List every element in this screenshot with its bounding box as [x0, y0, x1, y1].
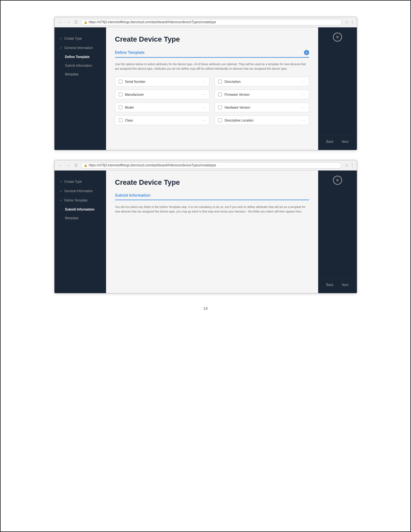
dot-icon-define-template-1: •: [60, 55, 63, 58]
sidebar-item-create-type-1[interactable]: ✓ Create Type: [54, 34, 106, 43]
sidebar-item-submit-info-1[interactable]: • Submit Information: [54, 61, 106, 70]
field-menu-description[interactable]: ···: [301, 80, 305, 84]
main-content-2: Create Device Type Submit Information Yo…: [106, 171, 318, 293]
check-icon-general-info-1: ✓: [60, 46, 63, 50]
next-button-2[interactable]: Next: [339, 282, 351, 288]
star-icon-2[interactable]: ☆: [345, 163, 348, 168]
field-item-manufacturer: Manufacturer ···: [115, 90, 210, 99]
page-number: 14: [203, 306, 208, 311]
sidebar-label-define-template-2: Define Template: [64, 199, 88, 202]
check-icon-create-type-2: ✓: [60, 180, 63, 184]
field-item-descriptive-location: Descriptive Location ···: [215, 115, 309, 125]
info-icon-1[interactable]: i: [304, 50, 309, 55]
sidebar-1: ✓ Create Type ✓ General Information • De…: [54, 27, 106, 150]
back-button-1[interactable]: Back: [324, 139, 336, 145]
description-text-1: Use the options below to select attribut…: [115, 62, 309, 71]
section-title-1: Define Template: [115, 50, 145, 55]
page-title-1: Create Device Type: [115, 35, 309, 44]
page-title-2: Create Device Type: [115, 178, 309, 187]
sidebar-label-submit-info-2: Submit Information: [65, 208, 95, 211]
sidebar-item-create-type-2[interactable]: ✓ Create Type: [54, 177, 106, 186]
field-menu-hardware-version[interactable]: ···: [301, 105, 305, 109]
checkbox-firmware-version[interactable]: [218, 93, 222, 96]
page-container: ← → C 🔒 https://xl79j3.internetofthings.…: [10, 10, 401, 324]
dot-icon-submit-info-2: •: [60, 208, 63, 211]
close-button-1[interactable]: ✕: [333, 33, 342, 42]
sidebar-label-metadata-1: Metadata: [65, 73, 79, 76]
sidebar-label-metadata-2: Metadata: [65, 216, 79, 220]
sidebar-item-define-template-2[interactable]: ✓ Define Template: [54, 196, 106, 205]
sidebar-label-define-template-1: Define Template: [65, 55, 90, 59]
menu-icon-2[interactable]: ⋮: [350, 163, 354, 168]
sidebar-2: ✓ Create Type ✓ General Information ✓ De…: [54, 171, 106, 293]
checkbox-hardware-version[interactable]: [218, 105, 222, 109]
sidebar-label-submit-info-1: Submit Information: [65, 64, 92, 67]
forward-nav-2[interactable]: →: [65, 163, 72, 168]
forward-nav-1[interactable]: →: [65, 19, 72, 25]
field-label-manufacturer: Manufacturer: [125, 93, 200, 96]
fields-grid-1: Serial Number ··· Description ··· Manufa…: [115, 77, 309, 125]
reload-nav-2[interactable]: C: [74, 163, 79, 168]
checkbox-serial-number[interactable]: [119, 80, 122, 84]
url-bar-1[interactable]: 🔒 https://xl79j3.internetofthings.ibercl…: [81, 19, 341, 25]
submit-description-2: You did not select any fields in the Def…: [115, 205, 309, 214]
field-label-description: Description: [225, 80, 299, 84]
field-menu-model[interactable]: ···: [202, 105, 206, 109]
field-menu-descriptive-location[interactable]: ···: [301, 118, 305, 122]
dot-icon-submit-info-1: •: [60, 64, 63, 67]
sidebar-item-metadata-1[interactable]: • Metadata: [54, 70, 106, 79]
browser-chrome-2: ← → C 🔒 https://xl79j3.internetofthings.…: [54, 160, 357, 171]
star-icon-1[interactable]: ☆: [345, 20, 348, 25]
field-item-serial-number: Serial Number ···: [115, 77, 210, 86]
url-bar-2[interactable]: 🔒 https://xl79j3.internetofthings.ibercl…: [81, 162, 341, 169]
checkbox-model[interactable]: [119, 105, 122, 109]
app-layout-2: ✓ Create Type ✓ General Information ✓ De…: [54, 171, 357, 293]
sidebar-item-metadata-2[interactable]: • Metadata: [54, 214, 106, 222]
main-content-1: Create Device Type Define Template i Use…: [106, 27, 318, 150]
next-button-1[interactable]: Next: [339, 139, 351, 145]
field-menu-serial-number[interactable]: ···: [202, 80, 206, 84]
lock-icon-2: 🔒: [84, 164, 87, 167]
sidebar-label-create-type-2: Create Type: [64, 180, 82, 183]
field-label-firmware-version: Firmware Version: [225, 93, 299, 96]
field-label-descriptive-location: Descriptive Location: [225, 119, 299, 122]
panel-buttons-2: Back Next: [321, 278, 354, 288]
reload-nav-1[interactable]: C: [74, 19, 79, 25]
sidebar-item-define-template-1[interactable]: • Define Template: [54, 53, 106, 61]
sidebar-item-general-info-1[interactable]: ✓ General Information: [54, 43, 106, 53]
dot-icon-metadata-2: •: [60, 217, 63, 220]
sidebar-label-create-type-1: Create Type: [64, 37, 82, 40]
field-label-serial-number: Serial Number: [125, 80, 200, 84]
right-panel-1: ✕ Back Next: [318, 27, 357, 150]
browser-chrome-1: ← → C 🔒 https://xl79j3.internetofthings.…: [54, 17, 357, 27]
panel-buttons-1: Back Next: [321, 135, 354, 145]
field-item-class: Class ···: [115, 115, 210, 125]
checkbox-description[interactable]: [218, 80, 222, 84]
field-item-firmware-version: Firmware Version ···: [215, 90, 309, 99]
back-nav-2[interactable]: ←: [57, 163, 64, 168]
field-item-hardware-version: Hardware Version ···: [215, 103, 309, 112]
checkbox-class[interactable]: [119, 118, 122, 122]
sidebar-item-submit-info-2[interactable]: • Submit Information: [54, 205, 106, 214]
check-icon-general-info-2: ✓: [60, 189, 63, 193]
field-menu-class[interactable]: ···: [202, 118, 206, 122]
sidebar-label-general-info-2: General Information: [64, 189, 93, 193]
back-button-2[interactable]: Back: [324, 282, 336, 288]
sidebar-label-general-info-1: General Information: [64, 46, 93, 50]
url-text-2: https://xl79j3.internetofthings.iberclou…: [89, 163, 216, 167]
field-item-description: Description ···: [215, 77, 309, 86]
close-button-2[interactable]: ✕: [333, 176, 342, 185]
back-nav-1[interactable]: ←: [57, 19, 64, 25]
right-panel-2: ✕ Back Next: [318, 171, 357, 293]
checkbox-descriptive-location[interactable]: [218, 118, 222, 122]
field-label-hardware-version: Hardware Version: [225, 106, 299, 109]
url-text-1: https://xl79j3.internetofthings.iberclou…: [89, 20, 216, 24]
browser-screenshot-2: ← → C 🔒 https://xl79j3.internetofthings.…: [54, 160, 357, 293]
field-menu-firmware-version[interactable]: ···: [301, 93, 305, 96]
check-icon-create-type-1: ✓: [60, 36, 63, 41]
field-menu-manufacturer[interactable]: ···: [202, 93, 206, 96]
menu-icon-1[interactable]: ⋮: [350, 20, 354, 25]
checkbox-manufacturer[interactable]: [119, 93, 122, 96]
field-item-model: Model ···: [115, 103, 210, 112]
sidebar-item-general-info-2[interactable]: ✓ General Information: [54, 186, 106, 196]
